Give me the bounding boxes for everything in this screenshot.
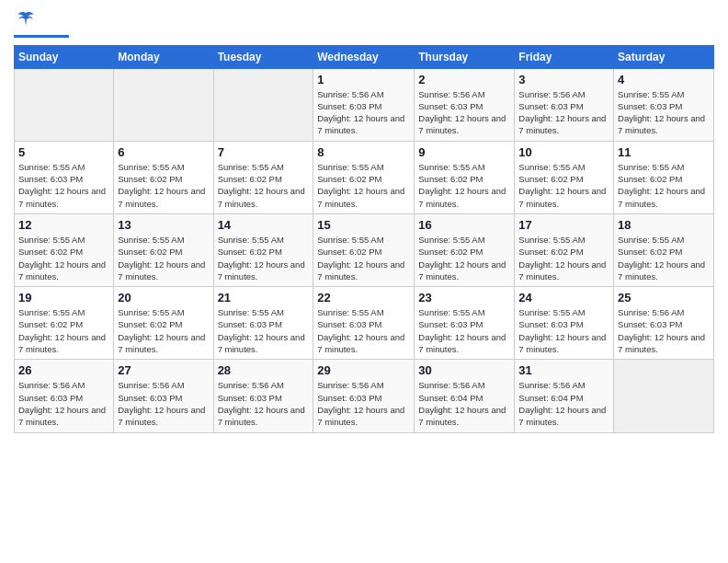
calendar-cell: 8Sunrise: 5:55 AM Sunset: 6:02 PM Daylig… xyxy=(313,141,415,213)
column-header-saturday: Saturday xyxy=(614,45,714,68)
day-number: 21 xyxy=(218,291,310,304)
calendar-cell: 31Sunrise: 5:56 AM Sunset: 6:04 PM Dayli… xyxy=(515,360,614,432)
day-number: 3 xyxy=(518,73,609,86)
day-number: 9 xyxy=(418,145,510,159)
day-number: 14 xyxy=(218,218,310,232)
calendar-cell: 20Sunrise: 5:55 AM Sunset: 6:02 PM Dayli… xyxy=(114,287,213,360)
day-info: Sunrise: 5:55 AM Sunset: 6:03 PM Dayligh… xyxy=(317,306,410,355)
calendar-cell: 24Sunrise: 5:55 AM Sunset: 6:03 PM Dayli… xyxy=(515,287,614,360)
column-header-friday: Friday xyxy=(515,45,614,68)
column-header-wednesday: Wednesday xyxy=(313,45,415,68)
calendar-cell: 25Sunrise: 5:56 AM Sunset: 6:03 PM Dayli… xyxy=(614,287,714,360)
day-info: Sunrise: 5:55 AM Sunset: 6:02 PM Dayligh… xyxy=(118,306,209,355)
day-number: 5 xyxy=(18,145,109,159)
day-number: 7 xyxy=(218,145,310,159)
calendar-cell: 10Sunrise: 5:55 AM Sunset: 6:02 PM Dayli… xyxy=(515,141,614,213)
calendar-cell: 18Sunrise: 5:55 AM Sunset: 6:02 PM Dayli… xyxy=(614,213,714,286)
day-info: Sunrise: 5:55 AM Sunset: 6:02 PM Dayligh… xyxy=(18,234,109,282)
day-info: Sunrise: 5:55 AM Sunset: 6:03 PM Dayligh… xyxy=(18,161,109,210)
day-info: Sunrise: 5:56 AM Sunset: 6:03 PM Dayligh… xyxy=(418,88,510,137)
calendar-cell: 26Sunrise: 5:56 AM Sunset: 6:03 PM Dayli… xyxy=(15,360,114,432)
calendar-cell: 1Sunrise: 5:56 AM Sunset: 6:03 PM Daylig… xyxy=(313,68,415,141)
calendar-cell xyxy=(15,68,114,141)
calendar-cell: 19Sunrise: 5:55 AM Sunset: 6:02 PM Dayli… xyxy=(15,287,114,360)
calendar-cell: 4Sunrise: 5:55 AM Sunset: 6:03 PM Daylig… xyxy=(614,68,714,141)
day-info: Sunrise: 5:56 AM Sunset: 6:03 PM Dayligh… xyxy=(618,306,710,355)
logo xyxy=(14,9,69,38)
day-info: Sunrise: 5:56 AM Sunset: 6:03 PM Dayligh… xyxy=(518,88,609,137)
day-info: Sunrise: 5:56 AM Sunset: 6:03 PM Dayligh… xyxy=(118,379,209,428)
column-header-thursday: Thursday xyxy=(415,45,515,68)
day-info: Sunrise: 5:55 AM Sunset: 6:02 PM Dayligh… xyxy=(118,161,209,210)
day-number: 2 xyxy=(418,73,510,86)
day-number: 15 xyxy=(317,218,410,232)
calendar-cell: 12Sunrise: 5:55 AM Sunset: 6:02 PM Dayli… xyxy=(15,213,114,286)
day-info: Sunrise: 5:56 AM Sunset: 6:04 PM Dayligh… xyxy=(518,379,609,428)
day-info: Sunrise: 5:55 AM Sunset: 6:02 PM Dayligh… xyxy=(418,234,510,282)
calendar-week-4: 19Sunrise: 5:55 AM Sunset: 6:02 PM Dayli… xyxy=(15,287,714,360)
day-number: 23 xyxy=(418,291,510,304)
calendar-cell: 22Sunrise: 5:55 AM Sunset: 6:03 PM Dayli… xyxy=(313,287,415,360)
page-header xyxy=(14,9,714,38)
calendar-cell: 16Sunrise: 5:55 AM Sunset: 6:02 PM Dayli… xyxy=(415,213,515,286)
calendar-cell: 28Sunrise: 5:56 AM Sunset: 6:03 PM Dayli… xyxy=(213,360,313,432)
calendar-table: SundayMondayTuesdayWednesdayThursdayFrid… xyxy=(14,45,714,433)
day-number: 29 xyxy=(317,363,410,377)
calendar-cell: 7Sunrise: 5:55 AM Sunset: 6:02 PM Daylig… xyxy=(213,141,313,213)
day-info: Sunrise: 5:55 AM Sunset: 6:02 PM Dayligh… xyxy=(18,306,109,355)
day-info: Sunrise: 5:55 AM Sunset: 6:03 PM Dayligh… xyxy=(618,88,710,137)
day-info: Sunrise: 5:55 AM Sunset: 6:02 PM Dayligh… xyxy=(618,161,710,210)
calendar-week-1: 1Sunrise: 5:56 AM Sunset: 6:03 PM Daylig… xyxy=(15,68,714,141)
day-info: Sunrise: 5:55 AM Sunset: 6:03 PM Dayligh… xyxy=(218,306,310,355)
day-info: Sunrise: 5:56 AM Sunset: 6:03 PM Dayligh… xyxy=(317,88,410,137)
calendar-cell: 3Sunrise: 5:56 AM Sunset: 6:03 PM Daylig… xyxy=(515,68,614,141)
day-number: 31 xyxy=(518,363,609,377)
day-info: Sunrise: 5:55 AM Sunset: 6:02 PM Dayligh… xyxy=(518,234,609,282)
day-number: 25 xyxy=(618,291,710,304)
day-info: Sunrise: 5:55 AM Sunset: 6:02 PM Dayligh… xyxy=(118,234,209,282)
day-number: 26 xyxy=(18,363,109,377)
day-number: 4 xyxy=(618,73,710,86)
day-number: 28 xyxy=(218,363,310,377)
calendar-cell: 13Sunrise: 5:55 AM Sunset: 6:02 PM Dayli… xyxy=(114,213,213,286)
calendar-cell: 21Sunrise: 5:55 AM Sunset: 6:03 PM Dayli… xyxy=(213,287,313,360)
day-info: Sunrise: 5:55 AM Sunset: 6:02 PM Dayligh… xyxy=(218,234,310,282)
day-number: 11 xyxy=(618,145,710,159)
day-number: 19 xyxy=(18,291,109,304)
day-number: 6 xyxy=(118,145,209,159)
column-header-sunday: Sunday xyxy=(15,45,114,68)
calendar-cell: 23Sunrise: 5:55 AM Sunset: 6:03 PM Dayli… xyxy=(415,287,515,360)
calendar-cell: 2Sunrise: 5:56 AM Sunset: 6:03 PM Daylig… xyxy=(415,68,515,141)
calendar-week-2: 5Sunrise: 5:55 AM Sunset: 6:03 PM Daylig… xyxy=(15,141,714,213)
calendar-header-row: SundayMondayTuesdayWednesdayThursdayFrid… xyxy=(15,45,714,68)
calendar-cell: 6Sunrise: 5:55 AM Sunset: 6:02 PM Daylig… xyxy=(114,141,213,213)
column-header-monday: Monday xyxy=(114,45,213,68)
calendar-cell: 29Sunrise: 5:56 AM Sunset: 6:03 PM Dayli… xyxy=(313,360,415,432)
day-info: Sunrise: 5:55 AM Sunset: 6:02 PM Dayligh… xyxy=(317,234,410,282)
day-info: Sunrise: 5:56 AM Sunset: 6:04 PM Dayligh… xyxy=(418,379,510,428)
logo-bird-icon xyxy=(16,9,36,29)
calendar-cell: 30Sunrise: 5:56 AM Sunset: 6:04 PM Dayli… xyxy=(415,360,515,432)
calendar-week-5: 26Sunrise: 5:56 AM Sunset: 6:03 PM Dayli… xyxy=(15,360,714,432)
calendar-cell xyxy=(114,68,213,141)
day-number: 17 xyxy=(518,218,609,232)
calendar-cell xyxy=(614,360,714,432)
day-number: 8 xyxy=(317,145,410,159)
day-info: Sunrise: 5:56 AM Sunset: 6:03 PM Dayligh… xyxy=(218,379,310,428)
day-number: 20 xyxy=(118,291,209,304)
calendar-cell: 14Sunrise: 5:55 AM Sunset: 6:02 PM Dayli… xyxy=(213,213,313,286)
calendar-cell: 15Sunrise: 5:55 AM Sunset: 6:02 PM Dayli… xyxy=(313,213,415,286)
column-header-tuesday: Tuesday xyxy=(213,45,313,68)
day-info: Sunrise: 5:55 AM Sunset: 6:03 PM Dayligh… xyxy=(518,306,609,355)
calendar-cell: 5Sunrise: 5:55 AM Sunset: 6:03 PM Daylig… xyxy=(15,141,114,213)
day-info: Sunrise: 5:55 AM Sunset: 6:02 PM Dayligh… xyxy=(418,161,510,210)
calendar-cell: 9Sunrise: 5:55 AM Sunset: 6:02 PM Daylig… xyxy=(415,141,515,213)
day-number: 22 xyxy=(317,291,410,304)
day-number: 16 xyxy=(418,218,510,232)
day-info: Sunrise: 5:55 AM Sunset: 6:03 PM Dayligh… xyxy=(418,306,510,355)
day-number: 18 xyxy=(618,218,710,232)
day-info: Sunrise: 5:56 AM Sunset: 6:03 PM Dayligh… xyxy=(18,379,109,428)
calendar-week-3: 12Sunrise: 5:55 AM Sunset: 6:02 PM Dayli… xyxy=(15,213,714,286)
day-info: Sunrise: 5:55 AM Sunset: 6:02 PM Dayligh… xyxy=(618,234,710,282)
day-number: 12 xyxy=(18,218,109,232)
